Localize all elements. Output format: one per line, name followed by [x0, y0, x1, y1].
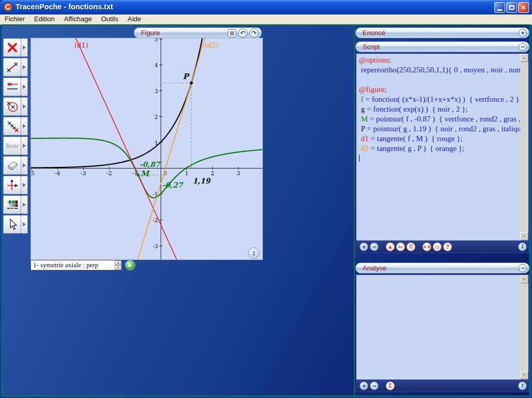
tool-row-axes: [3, 176, 28, 194]
analyse-title: Analyse: [363, 264, 386, 272]
font-plus-button[interactable]: +: [359, 381, 368, 390]
axes-icon: [6, 179, 19, 191]
tool-eraser-button[interactable]: [3, 156, 21, 175]
expand-right-icon: [23, 85, 26, 89]
figure-expand-button[interactable]: ⊠: [228, 29, 236, 37]
maximize-button[interactable]: [506, 2, 517, 13]
animation-selector[interactable]: 1- symetrie axiale : perp ▲ ▼: [30, 260, 122, 270]
undo-button[interactable]: ↶: [238, 28, 247, 38]
tool-row-colors: [3, 195, 28, 214]
execute-button[interactable]: ▲: [386, 242, 395, 251]
tool-axes-expand-arrow[interactable]: [21, 176, 28, 194]
window-title: TracenPoche - fonctions.txt: [15, 3, 113, 11]
menu-affichage[interactable]: Affichage: [59, 14, 97, 23]
tool-line-expand-arrow[interactable]: [21, 78, 28, 96]
resize-panel-button[interactable]: ▲▼: [518, 381, 527, 390]
circle-icon: [6, 100, 19, 113]
tool-segment-button[interactable]: [3, 58, 21, 76]
menu-aide[interactable]: Aide: [123, 14, 146, 23]
tool-row-circle: [3, 97, 28, 116]
ab-swap-button[interactable]: A↕B: [423, 242, 431, 251]
script-scrollbar[interactable]: ▲ ▼: [520, 54, 528, 240]
tool-row-line: [3, 78, 28, 96]
analyse-scrollbar[interactable]: ▲ ▼: [520, 275, 528, 379]
script-line: @figure;: [359, 85, 520, 95]
tool-row-pointer: [3, 215, 28, 234]
analyse-content[interactable]: [356, 275, 520, 379]
expand-right-icon: [23, 163, 26, 167]
menu-edition[interactable]: Edition: [29, 14, 59, 23]
expand-right-icon: [23, 65, 26, 69]
points-on-line-icon: [6, 120, 19, 132]
figure-resize-button[interactable]: ▲ ▼: [248, 247, 260, 259]
tool-row-points-on-line: [3, 117, 28, 135]
tool-line-button[interactable]: [3, 78, 21, 96]
application-window: TracenPoche - fonctions.txt ✕ FichierEdi…: [0, 0, 532, 398]
expand-right-icon: [23, 222, 26, 226]
script-line: @options;: [359, 55, 520, 65]
tool-colors-button[interactable]: [3, 195, 21, 214]
expand-right-icon: [23, 104, 26, 109]
script-line: P = pointsur( g , 1.19 ) { noir , rond2 …: [359, 124, 520, 134]
title-bar: TracenPoche - fonctions.txt ✕: [0, 0, 532, 14]
help-button[interactable]: ?: [443, 242, 452, 251]
script-collapse-button[interactable]: −: [519, 43, 527, 51]
expand-right-icon: [23, 45, 26, 50]
scroll-up-button[interactable]: ▲: [520, 54, 528, 62]
tool-row-point: [3, 38, 28, 57]
minimize-button[interactable]: [494, 2, 505, 13]
redo-button[interactable]: ↷: [249, 28, 259, 38]
font-minus-button[interactable]: −: [370, 381, 379, 390]
tool-eraser-expand-arrow[interactable]: [21, 156, 28, 175]
auto-button[interactable]: AUTO: [406, 242, 415, 251]
tool-row-text: Texte: [3, 136, 28, 155]
sum-button[interactable]: Σ: [386, 381, 395, 390]
script-line: f = fonction( (x*x-1)/(1+x+x*x) ) { vert…: [359, 95, 520, 104]
script-line: g = fonction( exp(x) ) { noir , 2 };: [359, 104, 520, 114]
tool-circle-expand-arrow[interactable]: [21, 97, 28, 116]
script-content[interactable]: @options; repereortho(250,250,50,1,1){ 0…: [356, 54, 520, 240]
analyse-panel-header: Analyse −: [355, 263, 529, 273]
text-caret: [359, 155, 359, 162]
scroll-up-button[interactable]: ▲: [520, 275, 528, 283]
close-button[interactable]: ✕: [518, 2, 529, 13]
menu-outils[interactable]: Outils: [97, 14, 123, 23]
scroll-down-button[interactable]: ▼: [520, 232, 528, 240]
eraser-icon: [6, 159, 19, 172]
expand-right-icon: [23, 183, 26, 187]
analyse-collapse-button[interactable]: −: [519, 264, 527, 272]
script-line: M = pointsur( f , -0.87 ) { vertfonce , …: [359, 114, 520, 124]
text-tool-label: Texte: [5, 142, 19, 150]
tool-pointer-expand-arrow[interactable]: [21, 215, 28, 234]
tool-points-on-line-button[interactable]: [3, 117, 21, 135]
lines-icon: [6, 81, 19, 93]
font-plus-button[interactable]: +: [359, 242, 368, 251]
tool-point-button[interactable]: [3, 38, 21, 57]
animation-value: 1- symetrie axiale : perp: [31, 261, 115, 269]
resize-panel-button[interactable]: ▲▼: [518, 242, 527, 251]
a-equals-button[interactable]: A=: [396, 242, 405, 251]
tool-colors-expand-arrow[interactable]: [21, 195, 28, 214]
analyse-panel: ▲ ▼ +−Σ▲▼: [355, 274, 529, 392]
figure-canvas[interactable]: [30, 38, 263, 260]
parentheses-button[interactable]: ( ): [433, 242, 442, 251]
figure-title: Figure: [141, 29, 160, 37]
tool-points-on-line-expand-arrow[interactable]: [21, 117, 28, 135]
tool-pointer-button[interactable]: [3, 215, 21, 234]
enonce-expand-button[interactable]: +: [519, 29, 527, 37]
tool-axes-button[interactable]: [3, 176, 21, 194]
spin-up-button[interactable]: ▲: [115, 261, 121, 265]
script-toolbar: +−▲A=AUTOA↕B( )?▲▼: [356, 240, 528, 252]
main-area: Texte Figure ⊠ ↶ ↷ ▲ ▼ 1- symetrie axial…: [2, 24, 530, 396]
tool-segment-expand-arrow[interactable]: [21, 58, 28, 76]
tool-point-expand-arrow[interactable]: [21, 38, 28, 57]
tool-text-button[interactable]: Texte: [3, 136, 21, 155]
tool-circle-button[interactable]: [3, 97, 21, 116]
menu-fichier[interactable]: Fichier: [0, 14, 29, 23]
triangle-down-icon: ▼: [252, 253, 256, 256]
tool-text-expand-arrow[interactable]: [21, 136, 28, 155]
animation-play-button[interactable]: ▶: [125, 260, 135, 270]
font-minus-button[interactable]: −: [370, 242, 379, 251]
spin-down-button[interactable]: ▼: [115, 265, 121, 270]
scroll-down-button[interactable]: ▼: [520, 371, 528, 379]
